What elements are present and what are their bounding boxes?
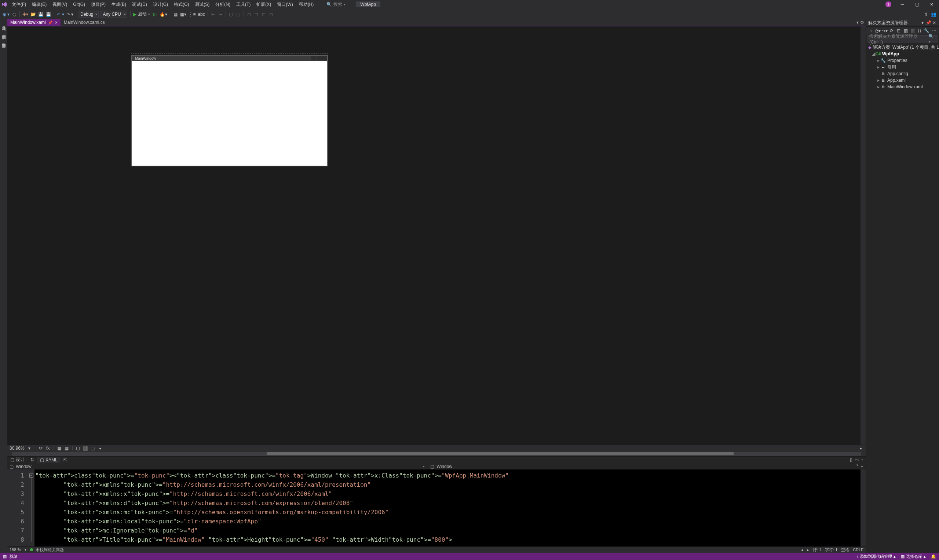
- issues-label[interactable]: 未找到相关问题: [35, 548, 64, 552]
- undo-icon[interactable]: ↶ ▾: [56, 10, 65, 18]
- new-item-icon[interactable]: ✚▾: [21, 10, 29, 18]
- menu-help[interactable]: 帮助(H): [296, 0, 317, 9]
- collapse-icon[interactable]: ↕: [860, 457, 864, 463]
- preview-client-area[interactable]: [132, 61, 327, 166]
- menu-window[interactable]: 窗口(W): [274, 0, 296, 9]
- menu-analyze[interactable]: 分析(N): [212, 0, 233, 9]
- add-source-control[interactable]: ↑ 添加到源代码管理 ▴: [856, 554, 896, 559]
- refresh-icon[interactable]: ⟳: [38, 446, 43, 451]
- pin-icon[interactable]: 📌: [48, 20, 52, 25]
- open-icon[interactable]: 📂: [29, 10, 37, 18]
- add-icon[interactable]: ＋: [860, 463, 864, 469]
- expand-icon[interactable]: ▸: [876, 58, 881, 63]
- side-toolbox[interactable]: 工具箱: [1, 21, 6, 25]
- designer-vscroll[interactable]: [860, 26, 866, 445]
- indent-mode[interactable]: 空格: [841, 547, 849, 553]
- tool-icon[interactable]: ⋮≡: [187, 10, 197, 18]
- tree-solution[interactable]: ◆ 解决方案 'WpfApp' (1 个项目, 共 1: [866, 44, 939, 51]
- quick-search[interactable]: 🔍 搜索 ▾: [327, 2, 345, 8]
- side-docoutline[interactable]: 文档大纲: [1, 30, 6, 34]
- select-repo[interactable]: ▥ 选择仓库 ▴: [901, 554, 926, 559]
- tab-overflow-icon[interactable]: ▾: [856, 20, 859, 25]
- view-popout[interactable]: ⇱: [60, 457, 70, 463]
- tab-mainwindow-xaml-cs[interactable]: MainWindow.xaml.cs: [61, 19, 108, 26]
- xaml-editor[interactable]: 12345678 − "tok-attr">class"tok-punc">="…: [7, 469, 866, 546]
- notifications-icon[interactable]: 🔔: [931, 554, 936, 559]
- expand-icon[interactable]: ◢: [871, 51, 876, 57]
- expand-icon[interactable]: ▸: [876, 78, 881, 83]
- save-all-icon[interactable]: 💾: [45, 10, 52, 18]
- window-minimize[interactable]: ─: [895, 0, 910, 9]
- tab-settings-icon[interactable]: ⚙: [860, 20, 864, 25]
- chevron-down-icon[interactable]: ▾: [856, 463, 858, 469]
- close-icon[interactable]: ✕: [55, 20, 58, 25]
- eol-mode[interactable]: CRLF: [853, 548, 863, 552]
- nav-right-icon[interactable]: ▸: [858, 446, 863, 451]
- expand-icon[interactable]: ▸: [876, 65, 881, 70]
- tree-appconfig[interactable]: 🗎 App.config: [866, 70, 939, 77]
- design-surface[interactable]: MainWindow: [131, 55, 328, 166]
- chevron-down-icon[interactable]: ▾: [25, 548, 26, 552]
- side-datasource[interactable]: 数据源: [1, 38, 6, 43]
- start-debug-button[interactable]: ▶ 启动 ▾: [132, 10, 151, 18]
- tab-mainwindow-xaml[interactable]: MainWindow.xaml 📌 ✕: [7, 19, 61, 26]
- snap-icon[interactable]: ▢: [76, 446, 81, 451]
- codenav-right[interactable]: ▾ ▢ Window: [421, 464, 452, 469]
- menu-debug[interactable]: 调试(D): [129, 0, 150, 9]
- start-nodebug-icon[interactable]: ▷: [151, 10, 159, 18]
- solution-search[interactable]: 搜索解决方案资源管理器(Ctrl+;) 🔍▾: [868, 35, 937, 43]
- view-design[interactable]: ▢ 设计: [7, 457, 28, 463]
- tool-icon[interactable]: ▦▾: [179, 10, 187, 18]
- tool-icon[interactable]: ▦: [172, 10, 179, 18]
- platform-combo[interactable]: Any CPU: [100, 11, 127, 18]
- menu-tools[interactable]: 工具(T): [233, 0, 253, 9]
- panel-menu-icon[interactable]: ▾: [920, 20, 925, 25]
- fx-icon[interactable]: fx: [45, 446, 51, 451]
- solution-tree[interactable]: ◆ 解决方案 'WpfApp' (1 个项目, 共 1 ◢ C# WpfApp …: [866, 43, 939, 553]
- window-close[interactable]: ✕: [924, 0, 939, 9]
- view-swap[interactable]: ⇅: [28, 457, 37, 463]
- editor-zoom[interactable]: 188 %: [9, 548, 21, 552]
- hotreload-icon[interactable]: 🔥▾: [159, 10, 168, 18]
- grid-icon[interactable]: ▦: [64, 446, 69, 451]
- panel-close-icon[interactable]: ✕: [932, 20, 937, 25]
- output-icon[interactable]: ▥: [3, 554, 6, 559]
- tool-icon[interactable]: abc: [197, 10, 206, 18]
- window-maximize[interactable]: ▢: [910, 0, 924, 9]
- menu-build[interactable]: 生成(B): [109, 0, 129, 9]
- menu-view[interactable]: 视图(V): [49, 0, 70, 9]
- config-combo[interactable]: Debug: [78, 11, 99, 18]
- snap-icon[interactable]: ▢: [83, 446, 88, 451]
- editor-vscroll[interactable]: [860, 469, 866, 546]
- designer-hscroll[interactable]: [7, 451, 866, 456]
- menu-git[interactable]: Git(G): [70, 0, 88, 9]
- menu-design[interactable]: 设计(G): [150, 0, 171, 9]
- view-xaml[interactable]: ▢ XAML: [37, 457, 60, 463]
- tree-appxaml[interactable]: ▸ 🗎 App.xaml: [866, 77, 939, 83]
- grid-icon[interactable]: ▦: [57, 446, 62, 451]
- liveshare-icon[interactable]: 👥: [930, 10, 937, 18]
- snap-icon[interactable]: ▢: [90, 446, 96, 451]
- share-icon[interactable]: ⇪: [922, 10, 930, 18]
- menu-ext[interactable]: 扩展(X): [253, 0, 274, 9]
- wpf-window-preview[interactable]: MainWindow: [131, 55, 328, 166]
- menu-file[interactable]: 文件(F): [9, 0, 29, 9]
- redo-icon[interactable]: ↷ ▾: [65, 10, 74, 18]
- tree-properties[interactable]: ▸ 🔧 Properties: [866, 57, 939, 64]
- more-icon[interactable]: ⋯: [931, 28, 937, 34]
- menu-edit[interactable]: 编辑(E): [29, 0, 49, 9]
- tree-project[interactable]: ◢ C# WpfApp: [866, 51, 939, 57]
- menu-format[interactable]: 格式(O): [171, 0, 192, 9]
- code-area[interactable]: "tok-attr">class"tok-punc">="tok-punc"><…: [34, 469, 860, 546]
- zoom-value[interactable]: 80.96%: [9, 446, 25, 451]
- panel-pin-icon[interactable]: 📌: [926, 20, 931, 25]
- menu-test[interactable]: 测试(S): [192, 0, 212, 9]
- tree-references[interactable]: ▸ ▪▪ 引用: [866, 64, 939, 70]
- chevron-down-icon[interactable]: ▾: [27, 446, 32, 451]
- notification-badge[interactable]: 1: [885, 2, 891, 7]
- back-button[interactable]: ◉ ▾: [2, 10, 11, 18]
- menu-project[interactable]: 项目(P): [88, 0, 109, 9]
- save-icon[interactable]: 💾: [37, 10, 45, 18]
- split-v-icon[interactable]: ▭: [854, 457, 860, 463]
- tree-mainwindow[interactable]: ▸ 🗎 MainWindow.xaml: [866, 83, 939, 90]
